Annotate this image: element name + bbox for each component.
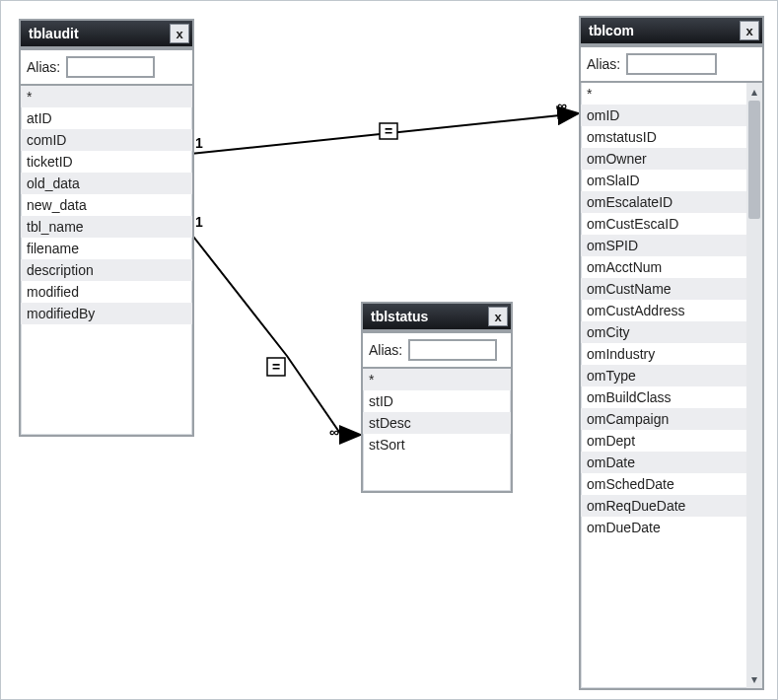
field-item[interactable]: omEscalateID <box>581 191 746 213</box>
svg-text:∞: ∞ <box>557 98 567 113</box>
svg-text:1: 1 <box>195 135 203 151</box>
scrollbar[interactable]: ▴ ▾ <box>746 83 762 688</box>
table-tblcom[interactable]: tblcom x Alias: *omIDomstatusIDomOwnerom… <box>579 16 764 690</box>
field-item[interactable]: omIndustry <box>581 343 746 365</box>
field-item[interactable]: comID <box>21 129 192 151</box>
close-icon[interactable]: x <box>488 307 508 326</box>
titlebar-tblstatus[interactable]: tblstatus x <box>363 304 511 331</box>
field-item[interactable]: new_data <box>21 194 192 216</box>
alias-input[interactable] <box>626 53 717 75</box>
field-item[interactable]: tbl_name <box>21 216 192 238</box>
field-item[interactable]: modifiedBy <box>21 303 192 324</box>
table-title: tblcom <box>581 19 642 42</box>
scroll-thumb[interactable] <box>748 101 760 219</box>
close-icon[interactable]: x <box>740 21 759 40</box>
field-item[interactable]: omAcctNum <box>581 256 746 278</box>
field-item[interactable]: stSort <box>363 434 511 455</box>
field-item[interactable]: omstatusID <box>581 126 746 148</box>
field-item[interactable]: omSlaID <box>581 170 746 191</box>
field-item[interactable]: omType <box>581 365 746 386</box>
titlebar-tblaudit[interactable]: tblaudit x <box>21 21 192 48</box>
svg-text:∞: ∞ <box>329 424 339 440</box>
alias-input[interactable] <box>66 56 155 78</box>
svg-text:=: = <box>385 123 392 139</box>
close-icon[interactable]: x <box>170 24 189 43</box>
table-title: tblstatus <box>363 305 436 328</box>
field-item[interactable]: omSchedDate <box>581 473 746 495</box>
svg-rect-6 <box>267 358 285 376</box>
field-item[interactable]: omSPID <box>581 235 746 256</box>
field-item[interactable]: omDate <box>581 452 746 473</box>
field-item[interactable]: filename <box>21 238 192 259</box>
field-item[interactable]: ticketID <box>21 151 192 173</box>
field-item[interactable]: * <box>581 83 746 105</box>
scroll-down-icon[interactable]: ▾ <box>746 670 762 688</box>
field-item[interactable]: omID <box>581 105 746 126</box>
alias-label: Alias: <box>27 59 60 75</box>
field-item[interactable]: omCity <box>581 321 746 343</box>
field-item[interactable]: stDesc <box>363 412 511 434</box>
query-designer-canvas: 1 = ∞ 1 = ∞ tblaudit x Alias: *atIDcomID… <box>0 0 778 700</box>
svg-rect-2 <box>380 123 397 139</box>
alias-label: Alias: <box>587 56 620 72</box>
field-item[interactable]: omCustEscaID <box>581 213 746 235</box>
field-item[interactable]: * <box>363 369 511 390</box>
table-tblstatus[interactable]: tblstatus x Alias: *stIDstDescstSort <box>361 302 513 493</box>
table-title: tblaudit <box>21 22 87 45</box>
svg-text:=: = <box>272 359 280 375</box>
titlebar-tblcom[interactable]: tblcom x <box>581 18 762 45</box>
field-item[interactable]: modified <box>21 281 192 303</box>
field-item[interactable]: omCampaign <box>581 408 746 430</box>
svg-text:1: 1 <box>195 214 203 230</box>
field-item[interactable]: * <box>21 86 192 107</box>
field-item[interactable]: omCustName <box>581 278 746 300</box>
field-item[interactable]: omOwner <box>581 148 746 170</box>
field-item[interactable]: omDueDate <box>581 517 746 538</box>
table-tblaudit[interactable]: tblaudit x Alias: *atIDcomIDticketIDold_… <box>19 19 194 437</box>
alias-label: Alias: <box>369 342 402 358</box>
field-item[interactable]: omCustAddress <box>581 300 746 321</box>
alias-input[interactable] <box>408 339 497 361</box>
scroll-up-icon[interactable]: ▴ <box>746 83 762 101</box>
field-item[interactable]: old_data <box>21 173 192 194</box>
field-item[interactable]: omReqDueDate <box>581 495 746 517</box>
field-item[interactable]: description <box>21 259 192 281</box>
field-item[interactable]: atID <box>21 107 192 129</box>
field-item[interactable]: omDept <box>581 430 746 452</box>
svg-line-0 <box>190 113 579 154</box>
field-item[interactable]: stID <box>363 390 511 412</box>
field-item[interactable]: omBuildClass <box>581 386 746 408</box>
